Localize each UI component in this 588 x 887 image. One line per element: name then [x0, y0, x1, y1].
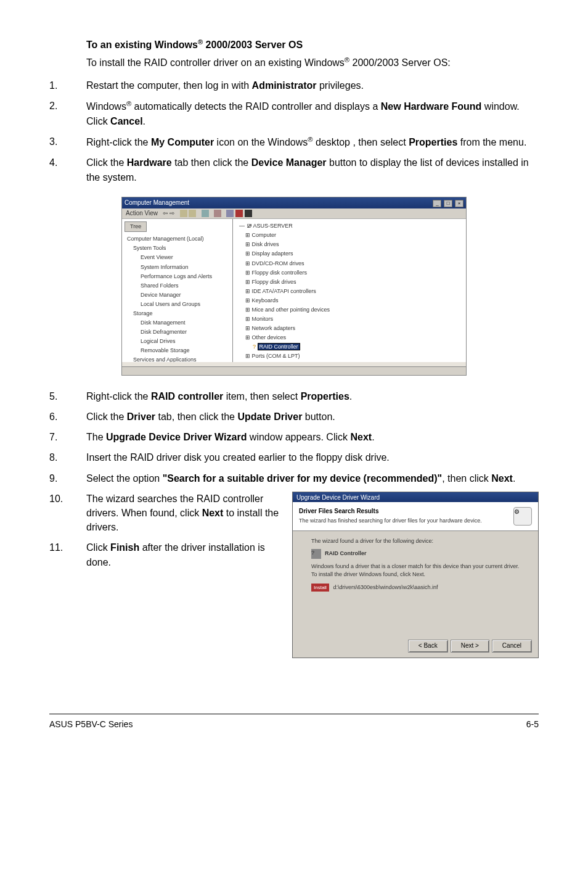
- device-tree-item[interactable]: ⊞ SCSI and RAID controllers: [237, 361, 462, 362]
- wizard-device-name: RAID Controller: [325, 550, 367, 558]
- step-number: 6.: [49, 410, 86, 424]
- step-text: Select the option "Search for a suitable…: [86, 471, 539, 485]
- tree-item[interactable]: Computer Management (Local): [125, 234, 230, 244]
- step-text: Right-click the RAID controller item, th…: [86, 389, 539, 403]
- step-text: Click Finish after the driver installati…: [86, 540, 280, 569]
- step-item: 7.The Upgrade Device Driver Wizard windo…: [49, 430, 539, 444]
- back-button[interactable]: < Back: [408, 640, 448, 653]
- tree-item[interactable]: Disk Management: [125, 318, 230, 328]
- window-titlebar: Computer Management _ □ ×: [122, 197, 466, 208]
- toolbar-icon[interactable]: [226, 210, 234, 217]
- left-tree-pane: Tree Computer Management (Local)System T…: [122, 219, 233, 362]
- tree-item[interactable]: Shared Folders: [125, 281, 230, 291]
- tree-item[interactable]: Event Viewer: [125, 253, 230, 262]
- step-text: The wizard searches the RAID controller …: [86, 492, 280, 535]
- device-tree-item[interactable]: ⊞ Mice and other pointing devices: [237, 305, 462, 315]
- device-tree-item[interactable]: ⊞ Keyboards: [237, 296, 462, 305]
- device-tree-item[interactable]: ⊞ Other devices: [237, 333, 462, 342]
- tree-item[interactable]: Local Users and Groups: [125, 300, 230, 309]
- raid-controller-item[interactable]: ? RAID Controller: [237, 342, 462, 352]
- toolbar-icon[interactable]: [235, 210, 243, 217]
- tree-item[interactable]: System Information: [125, 263, 230, 272]
- tree-item[interactable]: Services and Applications: [125, 355, 230, 362]
- steps-list-top: 1.Restart the computer, then log in with…: [49, 78, 539, 184]
- device-tree-item[interactable]: ⊞ Monitors: [237, 315, 462, 324]
- intro-text: To install the RAID controller driver on…: [86, 55, 539, 70]
- window-title: Computer Management: [125, 199, 189, 208]
- tree-item[interactable]: Performance Logs and Alerts: [125, 272, 230, 281]
- upgrade-driver-wizard-screenshot: Upgrade Device Driver Wizard Driver File…: [292, 492, 539, 658]
- step-number: 10.: [49, 492, 86, 535]
- step-number: 3.: [49, 134, 86, 150]
- device-tree-root[interactable]: — 🖳 ASUS-SERVER: [237, 221, 462, 231]
- device-tree-item[interactable]: ⊞ Ports (COM & LPT): [237, 352, 462, 361]
- page-footer: ASUS P5BV-C Series 6-5: [49, 714, 539, 730]
- device-tree-item[interactable]: ⊞ Network adapters: [237, 324, 462, 333]
- step-item: 5.Right-click the RAID controller item, …: [49, 389, 539, 403]
- device-tree-item[interactable]: ⊞ Disk drives: [237, 240, 462, 249]
- titlebar-buttons: _ □ ×: [432, 199, 463, 208]
- steps-list-col: 10.The wizard searches the RAID controll…: [49, 492, 280, 569]
- device-tree-item[interactable]: ⊞ Floppy disk controllers: [237, 268, 462, 278]
- step-text: Insert the RAID driver disk you created …: [86, 450, 539, 464]
- step-item: 4.Click the Hardware tab then click the …: [49, 155, 539, 184]
- step-text: Restart the computer, then log in with A…: [86, 78, 539, 93]
- step-item: 1.Restart the computer, then log in with…: [49, 78, 539, 93]
- footer-left: ASUS P5BV-C Series: [49, 718, 133, 730]
- tree-item[interactable]: System Tools: [125, 244, 230, 253]
- device-tree-item[interactable]: ⊞ Display adapters: [237, 249, 462, 258]
- maximize-icon[interactable]: □: [444, 200, 452, 207]
- tree-item[interactable]: Logical Drives: [125, 337, 230, 346]
- step-item: 3.Right-click the My Computer icon on th…: [49, 134, 539, 150]
- minimize-icon[interactable]: _: [433, 200, 441, 207]
- tree-item[interactable]: Storage: [125, 309, 230, 318]
- toolbar-icon[interactable]: [245, 210, 252, 217]
- next-button[interactable]: Next >: [451, 640, 489, 653]
- step-text: Right-click the My Computer icon on the …: [86, 134, 539, 150]
- step-item: 2.Windows® automatically detects the RAI…: [49, 99, 539, 128]
- step-number: 9.: [49, 471, 86, 485]
- right-tree-pane: — 🖳 ASUS-SERVER ⊞ Computer⊞ Disk drives⊞…: [233, 219, 466, 362]
- device-tree-item[interactable]: ⊞ Floppy disk drives: [237, 278, 462, 287]
- step-number: 4.: [49, 155, 86, 184]
- tree-item[interactable]: Device Manager: [125, 291, 230, 300]
- step-number: 8.: [49, 450, 86, 464]
- step-text: The Upgrade Device Driver Wizard window …: [86, 430, 539, 444]
- step-item: 10.The wizard searches the RAID controll…: [49, 492, 280, 535]
- toolbar-icon[interactable]: [214, 210, 221, 217]
- step-number: 1.: [49, 78, 86, 93]
- statusbar: [122, 366, 466, 375]
- step-item: 8.Insert the RAID driver disk you create…: [49, 450, 539, 464]
- menu-items[interactable]: Action View: [126, 210, 158, 217]
- device-tree-item[interactable]: ⊞ DVD/CD-ROM drives: [237, 259, 462, 268]
- tree-tab[interactable]: Tree: [125, 221, 147, 232]
- device-tree-item[interactable]: ⊞ IDE ATA/ATAPI controllers: [237, 287, 462, 296]
- computer-management-screenshot: Computer Management _ □ × Action View ⇦ …: [121, 197, 467, 376]
- cancel-button[interactable]: Cancel: [492, 640, 532, 653]
- toolbar-icon[interactable]: [180, 210, 187, 217]
- device-tree-item[interactable]: ⊞ Computer: [237, 231, 462, 240]
- section-heading: To an existing Windows® 2000/2003 Server…: [86, 37, 539, 52]
- menubar: Action View ⇦ ⇨: [122, 208, 466, 220]
- step-text: Windows® automatically detects the RAID …: [86, 99, 539, 128]
- step-number: 11.: [49, 540, 86, 569]
- wizard-titlebar: Upgrade Device Driver Wizard: [293, 492, 538, 502]
- footer-right: 6-5: [526, 718, 539, 730]
- wizard-body: The wizard found a driver for the follow…: [293, 531, 538, 598]
- step-text: Click the Hardware tab then click the De…: [86, 155, 539, 184]
- tree-item[interactable]: Disk Defragmenter: [125, 328, 230, 337]
- step-number: 5.: [49, 389, 86, 403]
- toolbar-icon[interactable]: [202, 210, 209, 217]
- step-number: 7.: [49, 430, 86, 444]
- device-icon: ?: [311, 549, 321, 559]
- wizard-header-sub: The wizard has finished searching for dr…: [299, 518, 482, 524]
- wizard-header: Driver Files Search Results The wizard h…: [293, 502, 538, 531]
- wizard-found-text: The wizard found a driver for the follow…: [311, 537, 520, 545]
- tree-item[interactable]: Removable Storage: [125, 346, 230, 355]
- close-icon[interactable]: ×: [455, 200, 463, 207]
- toolbar-icon[interactable]: [189, 210, 196, 217]
- steps-list-mid: 5.Right-click the RAID controller item, …: [49, 389, 539, 485]
- gear-icon: ⚙: [513, 507, 532, 526]
- step-number: 2.: [49, 99, 86, 128]
- step-text: Click the Driver tab, then click the Upd…: [86, 410, 539, 424]
